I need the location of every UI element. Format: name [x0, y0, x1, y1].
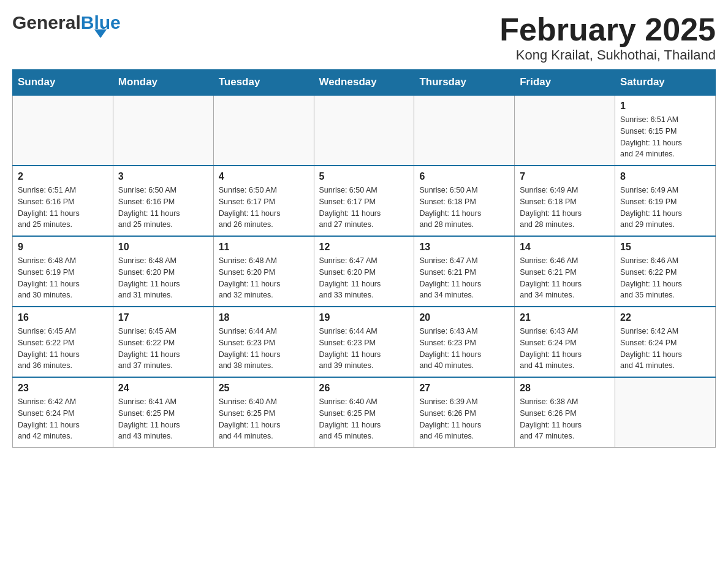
calendar-cell: 15Sunrise: 6:46 AM Sunset: 6:22 PM Dayli… — [615, 236, 716, 307]
day-info: Sunrise: 6:42 AM Sunset: 6:24 PM Dayligh… — [620, 326, 710, 372]
day-number: 26 — [319, 383, 409, 394]
day-number: 6 — [419, 171, 509, 182]
calendar-week-row: 1Sunrise: 6:51 AM Sunset: 6:15 PM Daylig… — [13, 95, 716, 166]
calendar-cell — [515, 95, 615, 166]
weekday-header-saturday: Saturday — [615, 70, 716, 96]
calendar-cell: 8Sunrise: 6:49 AM Sunset: 6:19 PM Daylig… — [615, 166, 716, 236]
day-number: 15 — [620, 242, 710, 253]
day-info: Sunrise: 6:51 AM Sunset: 6:16 PM Dayligh… — [18, 185, 108, 231]
calendar-week-row: 2Sunrise: 6:51 AM Sunset: 6:16 PM Daylig… — [13, 166, 716, 236]
calendar-cell: 7Sunrise: 6:49 AM Sunset: 6:18 PM Daylig… — [515, 166, 615, 236]
day-number: 17 — [118, 312, 208, 323]
day-info: Sunrise: 6:49 AM Sunset: 6:19 PM Dayligh… — [620, 185, 710, 231]
calendar-week-row: 16Sunrise: 6:45 AM Sunset: 6:22 PM Dayli… — [13, 307, 716, 377]
calendar-table: SundayMondayTuesdayWednesdayThursdayFrid… — [12, 69, 716, 448]
calendar-cell — [113, 95, 213, 166]
calendar-cell: 18Sunrise: 6:44 AM Sunset: 6:23 PM Dayli… — [213, 307, 314, 377]
calendar-cell: 12Sunrise: 6:47 AM Sunset: 6:20 PM Dayli… — [314, 236, 414, 307]
day-info: Sunrise: 6:47 AM Sunset: 6:21 PM Dayligh… — [419, 255, 509, 301]
day-number: 14 — [520, 242, 610, 253]
logo-blue-section: Blue — [81, 13, 121, 38]
day-info: Sunrise: 6:48 AM Sunset: 6:20 PM Dayligh… — [219, 255, 309, 301]
day-info: Sunrise: 6:45 AM Sunset: 6:22 PM Dayligh… — [18, 326, 108, 372]
calendar-cell: 28Sunrise: 6:38 AM Sunset: 6:26 PM Dayli… — [515, 377, 615, 448]
calendar-cell: 14Sunrise: 6:46 AM Sunset: 6:21 PM Dayli… — [515, 236, 615, 307]
day-info: Sunrise: 6:47 AM Sunset: 6:20 PM Dayligh… — [319, 255, 409, 301]
location-subtitle: Kong Krailat, Sukhothai, Thailand — [499, 47, 716, 63]
month-title: February 2025 — [499, 12, 716, 47]
day-number: 23 — [18, 383, 108, 394]
day-number: 7 — [520, 171, 610, 182]
day-info: Sunrise: 6:50 AM Sunset: 6:17 PM Dayligh… — [319, 185, 409, 231]
logo-general-text: General — [12, 12, 81, 33]
day-info: Sunrise: 6:50 AM Sunset: 6:18 PM Dayligh… — [419, 185, 509, 231]
day-info: Sunrise: 6:46 AM Sunset: 6:22 PM Dayligh… — [620, 255, 710, 301]
day-number: 19 — [319, 312, 409, 323]
day-info: Sunrise: 6:41 AM Sunset: 6:25 PM Dayligh… — [118, 396, 208, 442]
calendar-cell: 1Sunrise: 6:51 AM Sunset: 6:15 PM Daylig… — [615, 95, 716, 166]
day-number: 22 — [620, 312, 710, 323]
day-number: 16 — [18, 312, 108, 323]
day-number: 27 — [419, 383, 509, 394]
weekday-header-tuesday: Tuesday — [213, 70, 314, 96]
calendar-cell: 16Sunrise: 6:45 AM Sunset: 6:22 PM Dayli… — [13, 307, 113, 377]
day-info: Sunrise: 6:38 AM Sunset: 6:26 PM Dayligh… — [520, 396, 610, 442]
weekday-header-sunday: Sunday — [13, 70, 113, 96]
day-number: 25 — [219, 383, 309, 394]
calendar-cell: 13Sunrise: 6:47 AM Sunset: 6:21 PM Dayli… — [414, 236, 515, 307]
day-info: Sunrise: 6:43 AM Sunset: 6:23 PM Dayligh… — [419, 326, 509, 372]
day-info: Sunrise: 6:46 AM Sunset: 6:21 PM Dayligh… — [520, 255, 610, 301]
calendar-cell: 26Sunrise: 6:40 AM Sunset: 6:25 PM Dayli… — [314, 377, 414, 448]
calendar-cell — [414, 95, 515, 166]
calendar-cell: 4Sunrise: 6:50 AM Sunset: 6:17 PM Daylig… — [213, 166, 314, 236]
calendar-cell: 2Sunrise: 6:51 AM Sunset: 6:16 PM Daylig… — [13, 166, 113, 236]
calendar-cell: 6Sunrise: 6:50 AM Sunset: 6:18 PM Daylig… — [414, 166, 515, 236]
day-info: Sunrise: 6:43 AM Sunset: 6:24 PM Dayligh… — [520, 326, 610, 372]
day-number: 13 — [419, 242, 509, 253]
title-section: February 2025 Kong Krailat, Sukhothai, T… — [499, 12, 716, 63]
calendar-cell: 22Sunrise: 6:42 AM Sunset: 6:24 PM Dayli… — [615, 307, 716, 377]
calendar-cell: 20Sunrise: 6:43 AM Sunset: 6:23 PM Dayli… — [414, 307, 515, 377]
day-info: Sunrise: 6:48 AM Sunset: 6:19 PM Dayligh… — [18, 255, 108, 301]
weekday-header-thursday: Thursday — [414, 70, 515, 96]
day-number: 20 — [419, 312, 509, 323]
calendar-cell: 25Sunrise: 6:40 AM Sunset: 6:25 PM Dayli… — [213, 377, 314, 448]
calendar-cell: 24Sunrise: 6:41 AM Sunset: 6:25 PM Dayli… — [113, 377, 213, 448]
day-number: 3 — [118, 171, 208, 182]
day-number: 2 — [18, 171, 108, 182]
day-number: 11 — [219, 242, 309, 253]
day-number: 10 — [118, 242, 208, 253]
day-info: Sunrise: 6:45 AM Sunset: 6:22 PM Dayligh… — [118, 326, 208, 372]
day-info: Sunrise: 6:42 AM Sunset: 6:24 PM Dayligh… — [18, 396, 108, 442]
calendar-cell: 3Sunrise: 6:50 AM Sunset: 6:16 PM Daylig… — [113, 166, 213, 236]
day-number: 9 — [18, 242, 108, 253]
day-number: 18 — [219, 312, 309, 323]
calendar-cell: 11Sunrise: 6:48 AM Sunset: 6:20 PM Dayli… — [213, 236, 314, 307]
calendar-cell — [13, 95, 113, 166]
calendar-cell — [615, 377, 716, 448]
logo-arrow-icon — [94, 29, 107, 38]
day-info: Sunrise: 6:49 AM Sunset: 6:18 PM Dayligh… — [520, 185, 610, 231]
calendar-cell: 23Sunrise: 6:42 AM Sunset: 6:24 PM Dayli… — [13, 377, 113, 448]
day-info: Sunrise: 6:50 AM Sunset: 6:16 PM Dayligh… — [118, 185, 208, 231]
weekday-header-friday: Friday — [515, 70, 615, 96]
weekday-header-wednesday: Wednesday — [314, 70, 414, 96]
day-info: Sunrise: 6:39 AM Sunset: 6:26 PM Dayligh… — [419, 396, 509, 442]
day-number: 1 — [620, 101, 710, 112]
calendar-cell: 19Sunrise: 6:44 AM Sunset: 6:23 PM Dayli… — [314, 307, 414, 377]
day-info: Sunrise: 6:44 AM Sunset: 6:23 PM Dayligh… — [219, 326, 309, 372]
day-info: Sunrise: 6:40 AM Sunset: 6:25 PM Dayligh… — [319, 396, 409, 442]
day-info: Sunrise: 6:44 AM Sunset: 6:23 PM Dayligh… — [319, 326, 409, 372]
day-info: Sunrise: 6:48 AM Sunset: 6:20 PM Dayligh… — [118, 255, 208, 301]
day-number: 5 — [319, 171, 409, 182]
calendar-week-row: 9Sunrise: 6:48 AM Sunset: 6:19 PM Daylig… — [13, 236, 716, 307]
day-number: 4 — [219, 171, 309, 182]
day-number: 28 — [520, 383, 610, 394]
day-number: 8 — [620, 171, 710, 182]
calendar-header-row: SundayMondayTuesdayWednesdayThursdayFrid… — [13, 70, 716, 96]
day-number: 24 — [118, 383, 208, 394]
calendar-cell: 5Sunrise: 6:50 AM Sunset: 6:17 PM Daylig… — [314, 166, 414, 236]
page-header: General Blue February 2025 Kong Krailat,… — [12, 12, 716, 63]
day-info: Sunrise: 6:40 AM Sunset: 6:25 PM Dayligh… — [219, 396, 309, 442]
calendar-cell — [314, 95, 414, 166]
